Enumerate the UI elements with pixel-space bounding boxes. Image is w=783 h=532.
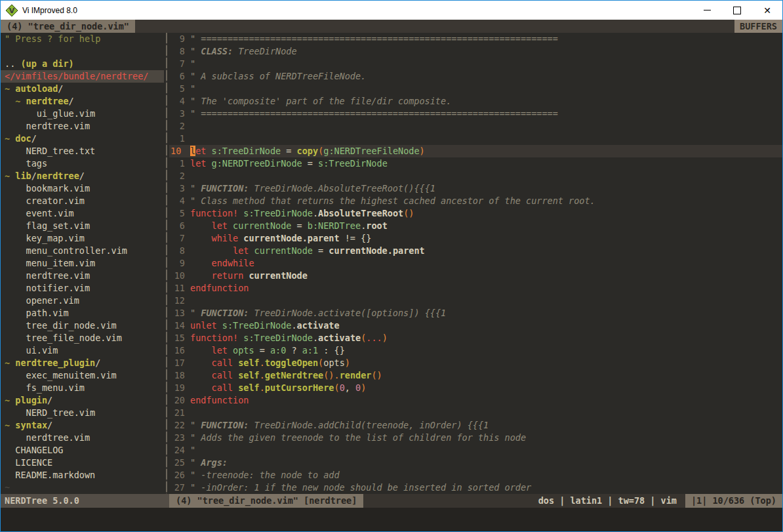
tree-item[interactable]: ~ autoload/ [1,83,164,95]
code-line[interactable]: 1let g:NERDTreeDirNode = s:TreeDirNode [169,157,782,170]
code-line[interactable]: 10 return currentNode [169,270,782,282]
tree-item[interactable]: tree_file_node.vim [1,332,164,344]
tree-item[interactable]: " Press ? for help [1,33,164,45]
tree-item[interactable]: LICENCE [1,457,164,469]
tree-item[interactable]: bookmark.vim [1,182,164,195]
window-split-separator[interactable] [164,33,169,494]
code-line[interactable]: 8 let currentNode = currentNode.parent [169,245,782,257]
code-line[interactable]: 24" [169,444,782,457]
text-segment: toggleOpen [265,358,318,368]
code-line[interactable]: 23" Adds the given treenode to the list … [169,432,782,444]
code-line[interactable]: 21 [169,407,782,419]
code-line[interactable]: 27" -inOrder: 1 if the new node should b… [169,481,782,494]
code-line[interactable]: 6" A subclass of NERDTreeFileNode. [169,70,782,83]
code-line[interactable]: 3" =====================================… [169,108,782,120]
code-line[interactable]: 1 [169,133,782,145]
code-line[interactable]: 15function! s:TreeDirNode.activate(...) [169,332,782,344]
tree-item[interactable]: key_map.vim [1,232,164,245]
tree-item[interactable]: NERD_tree.vim [1,407,164,419]
code-line[interactable]: 11endfunction [169,282,782,295]
tree-item[interactable]: ui.vim [1,344,164,357]
text-segment: endfunction [190,283,249,293]
tree-item[interactable]: ui_glue.vim [1,108,164,120]
code-line[interactable]: 20endfunction [169,394,782,407]
text-segment: exec_menuitem.vim [5,370,117,380]
text-segment: " A subclass of NERDTreeFileNode. [190,71,366,81]
code-line[interactable]: 19 call self.putCursorHere(0, 0) [169,382,782,394]
code-line[interactable]: 5" [169,83,782,95]
code-line[interactable]: 7 while currentNode.parent != {} [169,232,782,245]
code-line[interactable]: 7" [169,58,782,70]
code-line[interactable]: 16 let opts = a:0 ? a:1 : {} [169,344,782,357]
text-segment: ) [361,382,366,393]
line-number: 4 [169,195,190,207]
tree-item[interactable]: ~ [1,481,164,494]
code-line[interactable]: 8" CLASS: TreeDirNode [169,45,782,58]
code-line[interactable]: 17 call self.toggleOpen(opts) [169,357,782,369]
text-segment: call [190,358,233,368]
tree-item[interactable]: ~ nerdtree/ [1,95,164,108]
line-number: 5 [169,207,190,220]
tree-item[interactable]: path.vim [1,307,164,319]
text-segment: / [31,133,37,144]
line-number: 21 [169,407,190,419]
command-line[interactable] [1,508,782,531]
tree-item[interactable]: nerdtree.vim [1,120,164,133]
close-button[interactable]: ✕ [752,1,782,20]
code-line[interactable]: 2 [169,170,782,182]
code-line[interactable]: 3" FUNCTION: TreeDirNode.AbsoluteTreeRoo… [169,182,782,195]
code-line[interactable]: 2 [169,120,782,133]
text-segment: . [260,382,265,393]
tree-item[interactable]: menu_item.vim [1,257,164,270]
tree-item[interactable]: notifier.vim [1,282,164,295]
tree-item[interactable]: tree_dir_node.vim [1,319,164,332]
tree-item[interactable]: nerdtree.vim [1,432,164,444]
tree-item[interactable]: ~ syntax/ [1,419,164,432]
tree-item[interactable]: NERD_tree.txt [1,145,164,157]
text-segment: " [190,58,195,69]
minimize-button[interactable] [692,1,722,20]
tree-item[interactable]: .. (up a dir) [1,58,164,70]
code-line[interactable]: 25" Args: [169,457,782,469]
text-segment: fs_menu.vim [5,382,85,393]
tree-item[interactable]: exec_menuitem.vim [1,369,164,382]
code-line[interactable]: 13" FUNCTION: TreeDirNode.activate([opti… [169,307,782,319]
tree-item[interactable]: ~ lib/nerdtree/ [1,170,164,182]
text-segment: ) [420,146,425,156]
tree-item[interactable]: flag_set.vim [1,220,164,232]
tree-item[interactable]: CHANGELOG [1,444,164,457]
code-line[interactable]: 6 let currentNode = b:NERDTree.root [169,220,782,232]
tree-item[interactable]: ~ doc/ [1,133,164,145]
code-line[interactable]: 12 [169,295,782,307]
line-number: 3 [169,182,190,195]
tree-item[interactable]: menu_controller.vim [1,245,164,257]
maximize-button[interactable] [722,1,752,20]
tree-item[interactable]: nerdtree.vim [1,270,164,282]
code-line[interactable]: 22" FUNCTION: TreeDirNode.addChild(treen… [169,419,782,432]
text-segment: 0 [355,382,361,393]
tree-item[interactable]: fs_menu.vim [1,382,164,394]
text-segment: ~ [5,482,10,493]
code-line[interactable]: 4" The 'composite' part of the file/dir … [169,95,782,108]
tree-item[interactable]: event.vim [1,207,164,220]
code-line[interactable]: 14unlet s:TreeDirNode.activate [169,319,782,332]
line-number: 12 [169,295,190,307]
code-line[interactable]: 5function! s:TreeDirNode.AbsoluteTreeRoo… [169,207,782,220]
text-segment: event.vim [5,208,74,218]
active-tab[interactable]: (4) "tree_dir_node.vim" [1,20,135,33]
tree-item[interactable]: README.markdown [1,469,164,481]
tree-item[interactable]: ~ nerdtree_plugin/ [1,357,164,369]
tree-item[interactable] [1,45,164,58]
code-line[interactable]: 4" Class method that returns the highest… [169,195,782,207]
tree-root-item[interactable]: </vimfiles/bundle/nerdtree/ [1,70,164,83]
code-line[interactable]: 10let s:TreeDirNode = copy(g:NERDTreeFil… [169,145,782,157]
text-segment: . [260,370,265,380]
code-line[interactable]: 9 endwhile [169,257,782,270]
code-line[interactable]: 18 call self.getNerdtree().render() [169,369,782,382]
tree-item[interactable]: creator.vim [1,195,164,207]
code-line[interactable]: 9" =====================================… [169,33,782,45]
tree-item[interactable]: tags [1,157,164,170]
tree-item[interactable]: opener.vim [1,295,164,307]
tree-item[interactable]: ~ plugin/ [1,394,164,407]
code-line[interactable]: 26" -treenode: the node to add [169,469,782,481]
